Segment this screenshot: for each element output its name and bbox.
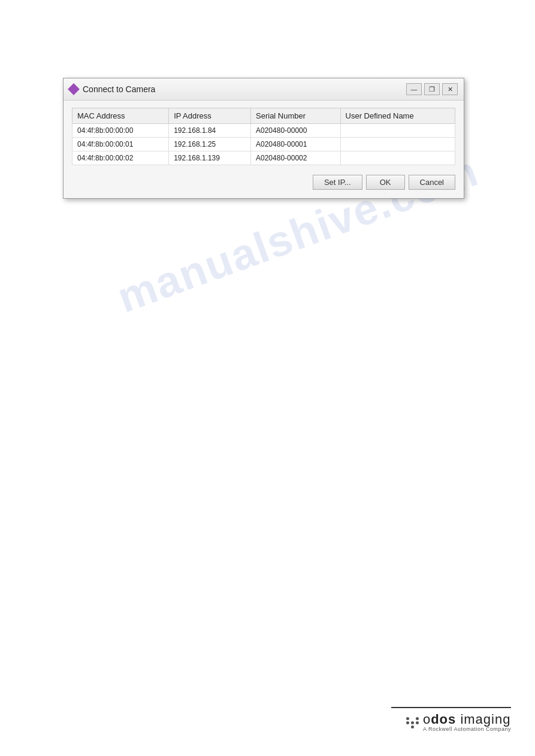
cell-ip-0: 192.168.1.84 — [169, 124, 251, 138]
logo-area: odos imaging A Rockwell Automation Compa… — [406, 713, 511, 732]
col-user-defined-name: User Defined Name — [340, 108, 455, 124]
dialog-content: MAC Address IP Address Serial Number Use… — [64, 101, 464, 198]
minimize-button[interactable]: — — [406, 83, 422, 95]
dot-9 — [416, 725, 419, 728]
table-row[interactable]: 04:4f:8b:00:00:00192.168.1.84A020480-000… — [72, 124, 455, 138]
logo-text-group: odos imaging A Rockwell Automation Compa… — [423, 713, 511, 732]
dot-7 — [406, 725, 409, 728]
dialog-buttons: Set IP... OK Cancel — [72, 172, 455, 191]
cell-user-defined-2 — [340, 151, 455, 165]
logo-dots — [406, 717, 419, 728]
cell-serial-0: A020480-00000 — [251, 124, 341, 138]
cell-ip-2: 192.168.1.139 — [169, 151, 251, 165]
window-controls: — ❐ ✕ — [406, 83, 458, 95]
cell-ip-1: 192.168.1.25 — [169, 138, 251, 151]
dialog-title-bar: Connect to Camera — ❐ ✕ — [64, 78, 464, 101]
table-row[interactable]: 04:4f:8b:00:00:01192.168.1.25A020480-000… — [72, 138, 455, 151]
camera-table: MAC Address IP Address Serial Number Use… — [72, 108, 455, 165]
maximize-button[interactable]: ❐ — [424, 83, 440, 95]
logo-tagline: A Rockwell Automation Company — [423, 726, 511, 732]
logo-light-text: o — [423, 712, 431, 727]
logo-bold-text: dos — [431, 712, 456, 727]
dot-5 — [411, 721, 414, 724]
dot-4 — [406, 721, 409, 724]
dot-3 — [416, 717, 419, 720]
dot-6 — [416, 721, 419, 724]
title-bar-left: Connect to Camera — [69, 84, 155, 94]
footer-line — [391, 707, 511, 708]
dot-2 — [411, 717, 414, 720]
cell-mac-0: 04:4f:8b:00:00:00 — [72, 124, 169, 138]
cell-serial-1: A020480-00001 — [251, 138, 341, 151]
table-row[interactable]: 04:4f:8b:00:00:02192.168.1.139A020480-00… — [72, 151, 455, 165]
cell-mac-1: 04:4f:8b:00:00:01 — [72, 138, 169, 151]
col-serial-number: Serial Number — [251, 108, 341, 124]
footer: odos imaging A Rockwell Automation Compa… — [391, 707, 511, 732]
dialog-icon — [68, 83, 80, 95]
cell-user-defined-1 — [340, 138, 455, 151]
table-header-row: MAC Address IP Address Serial Number Use… — [72, 108, 455, 124]
dot-8 — [411, 725, 414, 728]
close-button[interactable]: ✕ — [442, 83, 458, 95]
dot-1 — [406, 717, 409, 720]
cell-serial-2: A020480-00002 — [251, 151, 341, 165]
cell-user-defined-0 — [340, 124, 455, 138]
cell-mac-2: 04:4f:8b:00:00:02 — [72, 151, 169, 165]
set-ip-button[interactable]: Set IP... — [313, 175, 362, 190]
ok-button[interactable]: OK — [366, 175, 405, 190]
connect-to-camera-dialog: Connect to Camera — ❐ ✕ MAC Address IP A… — [63, 78, 464, 199]
cancel-button[interactable]: Cancel — [409, 175, 455, 190]
col-mac-address: MAC Address — [72, 108, 169, 124]
col-ip-address: IP Address — [169, 108, 251, 124]
dialog-title: Connect to Camera — [83, 84, 155, 94]
logo-name: odos imaging — [423, 713, 511, 726]
